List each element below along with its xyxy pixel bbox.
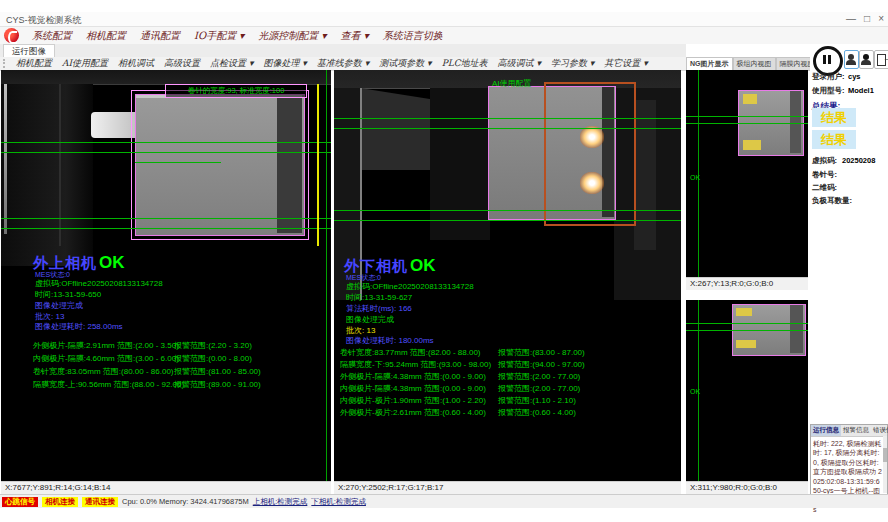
elapsed-line: 图像处理耗时: 258.00ms [35,321,123,332]
login-user-button[interactable] [844,50,859,69]
lock-user-button[interactable] [859,50,874,69]
camera-view-lower[interactable]: AI使用配置 外下相机OK MES状态:0 虚拟码:OFfline2025020… [334,70,681,481]
exit-button[interactable]: → [874,50,888,69]
measure-rows: 卷针宽度:83.77mm 范围:(82.00 - 88.00)报警范围:(83.… [340,347,675,419]
preview-tab-cell[interactable]: 极组内视图 [733,57,776,71]
user-icon [848,54,854,60]
ok-status: OK [410,256,436,275]
measure-rows: 外侧极片-隔膜:2.91mm 范围:(2.00 - 3.50)报警范围:(2.2… [33,340,329,392]
login-user-label: 登录用户: [812,72,845,82]
menu-system-config[interactable]: 系统配置 [25,29,79,43]
pause-icon [823,55,826,64]
camera-link-badge: 相机连接 [42,497,78,507]
pin-number-label: 卷针号: [812,170,837,180]
model-value: Model1 [848,86,874,95]
camera-name-label: 外下相机 [344,257,408,274]
tab-strip: 运行图像 [0,44,686,58]
preview-overlay-text: OK [690,388,700,395]
measure-row: 外侧极片-隔膜:4.38mm 范围:(0.00 - 9.00)报警范围:(2.0… [340,371,675,383]
tab-highlight [580,172,604,194]
coords-bar-preview-bottom: X:311;Y:980;R:0;G:0;B:0 [686,481,808,494]
user-lock-icon [863,54,869,60]
tool-baseline-params[interactable]: 基准线参数 ▾ [312,57,374,70]
login-user-value: cys [848,72,861,81]
upper-camera-status: 上相机:检测完成 [253,497,308,507]
camera-name-label: 外上相机 [33,254,97,271]
status-bar: 心跳信号 相机连接 通讯连接 Cpu: 0.0% Memory: 3424.41… [0,494,888,508]
barcode-line: 虚拟码:OFfline20250208133134728 [35,278,163,289]
camera-view-upper[interactable]: 卷针的宽度:93, 标准宽度:100 外上相机OK MES状态:0 虚拟码:OF… [1,70,331,481]
preview-top[interactable]: OK [686,70,808,277]
ai-roi-label: AI使用配置 [492,78,532,89]
menu-light-config[interactable]: 光源控制配置 ▾ [251,29,333,43]
maximize-icon[interactable]: □ [864,12,870,26]
done-line: 图像处理完成 [35,300,83,311]
exit-arrow-icon: → [883,53,888,63]
tab-run-image[interactable]: 运行图像 [3,44,55,58]
preview-bottom[interactable]: OK [686,300,808,481]
measure-row: 内侧极片-隔膜:4.60mm 范围:(3.00 - 6.00)报警范围:(0.0… [33,353,329,366]
comm-link-badge: 通讯连接 [82,497,118,507]
log-tab-alarm[interactable]: 报警信息 [841,425,871,436]
preview-tab-ng[interactable]: NG图片显示 [686,57,733,71]
close-icon[interactable]: × [878,12,884,26]
coords-bar-lower: X:270;Y:2502;R:17;G:17;B:17 [334,481,681,494]
log-panel: 运行信息 报警信息 错误信息 耗时: 222, 极隔检测耗时: 17, 极隔分离… [810,424,888,495]
window-title: CYS-视觉检测系统 [6,14,82,27]
algo-line: 算法耗时(ms): 166 [346,303,412,314]
tool-spotcheck-settings[interactable]: 点检设置 ▾ [205,57,258,70]
roi-rect-orange [544,82,636,226]
green-guide-line [326,70,327,481]
vcode-label: 虚拟码: [812,156,837,166]
measure-row: 外侧极片-极片:2.61mm 范围:(0.60 - 4.00)报警范围:(0.6… [340,407,675,419]
menu-view[interactable]: 查看 ▾ [334,29,376,43]
preview-tab-strip: NG图片显示 极组内视图 隔膜内视图 [686,57,819,70]
log-tab-run[interactable]: 运行信息 [811,425,841,436]
window-controls: — □ × [846,12,884,26]
toolbar-grip [3,59,8,68]
tool-learn-params[interactable]: 学习参数 ▾ [546,57,599,70]
menu-comm-config[interactable]: 通讯配置 [133,29,187,43]
tool-plc-address[interactable]: PLC地址表 [437,57,493,70]
menu-bar: 系统配置 相机配置 通讯配置 IO手配置 ▾ 光源控制配置 ▾ 查看 ▾ 系统语… [0,27,888,44]
side-panel: → 登录用户: cys 使用型号: Model1 总结果: 结果 结果 虚拟码:… [810,44,888,493]
preview-overlay-text: OK [690,174,700,181]
width-roi-label: 卷针的宽度:93, 标准宽度:100 [165,84,307,98]
elapsed-line: 图像处理耗时: 180.00ms [346,335,434,346]
result-box-lower: 结果 [812,130,856,149]
ok-status: OK [99,253,125,272]
tool-other-settings[interactable]: 其它设置 ▾ [599,57,652,70]
title-bar: CYS-视觉检测系统 — □ × [0,12,888,27]
tool-ai-config[interactable]: AI使用配置 [57,57,113,70]
menu-io-config[interactable]: IO手配置 ▾ [187,29,251,43]
minimize-icon[interactable]: — [846,12,856,26]
lower-camera-status: 下相机:检测完成 [311,497,366,507]
result-box-upper: 结果 [812,108,856,127]
menu-language-switch[interactable]: 系统语言切换 [376,29,450,43]
yellow-guide-line [317,84,319,246]
barcode-line: 虚拟码:OFfline20250208133134728 [346,281,474,292]
done-line: 图像处理完成 [346,314,394,325]
app-logo-icon [4,28,19,43]
heartbeat-badge: 心跳信号 [2,497,38,507]
tool-camera-config[interactable]: 相机配置 [11,57,57,70]
neg-tab-count-label: 负极耳数量: [812,196,852,206]
log-tab-error[interactable]: 错误信息 [871,425,888,436]
time-line: 时间:13-31-59-627 [346,292,412,303]
tool-image-processing[interactable]: 图像处理 ▾ [258,57,311,70]
tool-advanced-settings[interactable]: 高级设置 [159,57,205,70]
tool-camera-debug[interactable]: 相机调试 [113,57,159,70]
tool-test-params[interactable]: 测试项参数 ▾ [374,57,436,70]
qr-code-label: 二维码: [812,183,837,193]
toolbar: 相机配置 AI使用配置 相机调试 高级设置 点检设置 ▾ 图像处理 ▾ 基准线参… [0,57,686,71]
tool-advanced-debug[interactable]: 高级调试 ▾ [493,57,546,70]
tab-highlight [580,126,604,148]
log-scrollbar[interactable] [883,436,887,493]
cpu-memory-status: Cpu: 0.0% Memory: 3424.41796875M [122,497,249,506]
measure-row: 卷针宽度:83.77mm 范围:(82.00 - 88.00)报警范围:(83.… [340,347,675,359]
menu-camera-config[interactable]: 相机配置 [79,29,133,43]
measure-row: 内侧极片-极片:1.90mm 范围:(1.00 - 2.20)报警范围:(1.1… [340,395,675,407]
measure-row: 隔膜宽度-上:90.56mm 范围:(88.00 - 92.00)报警范围:(8… [33,379,329,392]
coords-bar-preview-top: X:267;Y:13;R:0;G:0;B:0 [686,277,808,290]
model-label: 使用型号: [812,86,845,96]
